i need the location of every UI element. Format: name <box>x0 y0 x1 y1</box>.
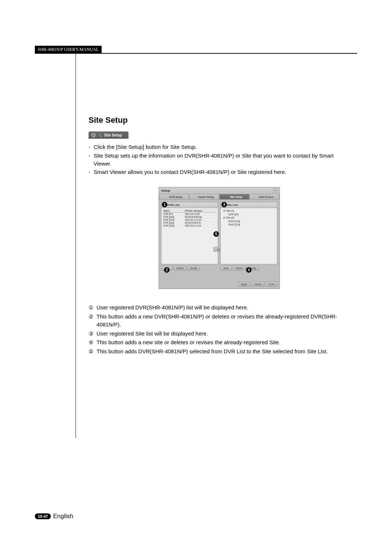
tree-leaf[interactable]: DVR [87] <box>222 213 276 216</box>
close-button[interactable]: Close <box>266 282 277 286</box>
cancel-button[interactable]: Cancel <box>251 282 264 286</box>
info-icon <box>255 195 258 198</box>
legend-text: This button adds a new DVR(SHR-4081N/P) … <box>97 313 350 329</box>
table-row[interactable]: DVR [dyn]00:00:f0:f0:ff:41 <box>163 221 217 224</box>
dvr-table: NameIP/MAC Address DVR [87]168.219.13.87… <box>163 209 217 227</box>
bullet-text: Smart Viewer allows you to contact DVR(S… <box>94 168 286 176</box>
dvr-modify-button[interactable]: Modify <box>187 266 200 270</box>
site-list-panel: Site List ⊟ Site [1] DVR [87] ⊟ Site [2]… <box>220 202 277 277</box>
callout-2: 2 <box>164 267 170 273</box>
site-list-body[interactable]: ⊟ Site [1] DVR [87] ⊟ Site [2] DVR [216]… <box>220 208 277 264</box>
tab-graphic-label: Site Setup <box>104 133 122 137</box>
tree-leaf[interactable]: DVR [219] <box>222 223 276 226</box>
site-new-button[interactable]: New <box>220 266 232 270</box>
legend-text: User registered DVR(SHR-4081N/P) list wi… <box>97 304 248 312</box>
site-delete-button[interactable]: Delete <box>233 266 245 270</box>
setup-dialog: 1 2 3 4 5 Setup × DVR Setup Viewer Setup… <box>159 187 280 289</box>
legend-text: User registered Site list will be displa… <box>97 330 208 338</box>
page-footer: 10-47 English <box>35 513 73 520</box>
tab-viewer-setup[interactable]: Viewer Setup <box>189 194 219 200</box>
site-list-title: Site List <box>226 203 238 207</box>
tab-site-setup[interactable]: Site Setup <box>219 194 249 200</box>
col-name: Name <box>163 209 184 213</box>
main-content: Site Setup Site Setup -Click the [Site S… <box>89 115 350 356</box>
tab-dvr-setup[interactable]: DVR Setup <box>159 194 189 200</box>
intro-bullets: -Click the [Site Setup] button for Site … <box>89 143 350 176</box>
callout-4: 4 <box>246 267 252 273</box>
dialog-footer: Apply Cancel Close <box>159 280 279 289</box>
legend-text: This button adds DVR(SHR-4081N/P) select… <box>97 347 328 356</box>
globe-icon <box>226 195 229 198</box>
table-row[interactable]: DVR [add]00:00:f0:ff:00:0a <box>163 216 217 219</box>
dialog-tabs: DVR Setup Viewer Setup Site Setup S/W Ve… <box>159 194 279 200</box>
vertical-divider <box>75 53 76 438</box>
wrench-icon <box>98 133 102 137</box>
close-icon[interactable]: × <box>273 188 277 193</box>
callout-5: 5 <box>213 231 219 237</box>
dialog-titlebar: Setup × <box>159 187 279 194</box>
apply-button[interactable]: Apply <box>238 282 250 286</box>
col-ip: IP/MAC Address <box>184 209 217 213</box>
bullet-text: Site Setup sets up the information on DV… <box>94 152 350 168</box>
callout-legend: ①User registered DVR(SHR-4081N/P) list w… <box>89 304 350 355</box>
page-header: SHR-4081N/P USER'S MANUAL <box>35 46 357 53</box>
table-row[interactable]: DVR [219]168.219.13.219 <box>163 219 217 221</box>
bullet-text: Click the [Site Setup] button for Site S… <box>94 143 197 151</box>
manual-title: SHR-4081N/P USER'S MANUAL <box>35 46 102 53</box>
tab-sw-version[interactable]: S/W Version <box>249 194 279 200</box>
dvr-list-body[interactable]: NameIP/MAC Address DVR [87]168.219.13.87… <box>161 208 218 264</box>
site-setup-tab-graphic: Site Setup <box>89 131 128 139</box>
dvr-list-title: DVR List <box>167 203 179 207</box>
monitor-icon <box>166 195 168 198</box>
page-number: 10-47 <box>35 513 51 519</box>
page-language: English <box>53 513 73 520</box>
tree-node[interactable]: ⊟ Site [2] <box>222 216 276 220</box>
legend-text: This button adds a new site or deletes o… <box>97 338 280 347</box>
table-row[interactable]: DVR [216]168.219.13.216 <box>163 224 217 227</box>
table-row[interactable]: DVR [87]168.219.13.87 <box>163 213 217 216</box>
callout-3: 3 <box>221 202 227 207</box>
dvr-delete-button[interactable]: Delete <box>174 266 186 270</box>
section-title: Site Setup <box>89 115 350 125</box>
dvr-list-panel: DVR List NameIP/MAC Address DVR [87]168.… <box>161 202 218 277</box>
eye-icon <box>195 195 197 198</box>
dialog-title: Setup <box>161 189 170 192</box>
globe-icon <box>91 133 96 137</box>
tree-leaf[interactable]: DVR [216] <box>222 220 276 223</box>
callout-1: 1 <box>162 202 167 207</box>
tree-node[interactable]: ⊟ Site [1] <box>222 209 276 213</box>
